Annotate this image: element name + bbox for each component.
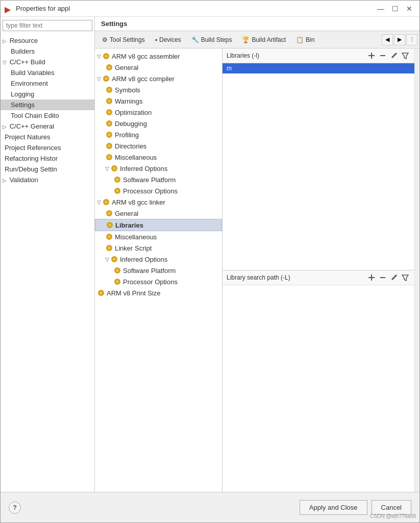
lib-search-filter-button[interactable] xyxy=(400,272,410,283)
svg-point-5 xyxy=(105,77,108,80)
apply-label: Apply and Close xyxy=(309,504,358,511)
tree-item-compiler-inferred[interactable]: ▽ Inferred Options xyxy=(95,163,222,174)
tree-item-compiler-misc[interactable]: Miscellaneous xyxy=(95,152,222,163)
tab-scroll-left[interactable]: ◀ xyxy=(382,34,393,45)
tree-item-label: Profiling xyxy=(115,131,139,139)
tree-item-linker-inferred[interactable]: ▽ Inferred Options xyxy=(95,254,222,265)
tree-item-assembler-general[interactable]: General xyxy=(95,62,222,73)
tab-scroll-right[interactable]: ▶ xyxy=(394,34,405,45)
tree-item-compiler-proc-options[interactable]: Processor Options xyxy=(95,185,222,196)
lib-search-delete-button[interactable] xyxy=(378,272,388,283)
tree-item-label: Libraries xyxy=(115,221,143,229)
tree-item-debugging[interactable]: Debugging xyxy=(95,118,222,129)
libraries-filter-button[interactable] xyxy=(400,51,410,61)
optimization-icon xyxy=(105,108,113,116)
libraries-edit-button[interactable] xyxy=(389,51,399,61)
svg-point-41 xyxy=(116,280,119,283)
tree-item-label: General xyxy=(115,64,138,71)
tab-build-artifact[interactable]: 🏆 Build Artifact xyxy=(237,33,291,46)
tree-item-linker-misc[interactable]: Miscellaneous xyxy=(95,231,222,242)
tree-item-compiler-sw-platform[interactable]: Software Platform xyxy=(95,174,222,185)
assembler-gear-icon xyxy=(102,52,110,60)
sidebar-item-settings[interactable]: Settings xyxy=(1,99,94,110)
tree-item-label: Warnings xyxy=(115,97,142,105)
tool-settings-tree: ▽ ARM v8 gcc assembler General xyxy=(95,48,223,492)
sidebar-item-label: C/C++ Build xyxy=(10,58,45,66)
sidebar-item-label: Builders xyxy=(11,47,35,55)
tree-item-linker-libraries[interactable]: Libraries xyxy=(95,219,222,231)
lib-search-edit-button[interactable] xyxy=(389,272,399,283)
proc-options-icon xyxy=(113,187,121,195)
tree-item-linker[interactable]: ▽ ARM v8 gcc linker xyxy=(95,196,222,208)
inferred-icon xyxy=(110,164,118,172)
tree-item-label: ARM v8 Print Size xyxy=(107,289,160,297)
minimize-button[interactable]: — xyxy=(375,3,387,15)
right-scrollbar[interactable] xyxy=(414,48,419,492)
tab-bin[interactable]: 📋 Bin xyxy=(291,33,319,46)
tree-item-warnings[interactable]: Warnings xyxy=(95,95,222,107)
tree-item-compiler[interactable]: ▽ ARM v8 gcc compiler xyxy=(95,73,222,84)
apply-and-close-button[interactable]: Apply and Close xyxy=(300,500,367,515)
tree-item-directories[interactable]: Directories xyxy=(95,140,222,152)
sidebar-item-refactoring-history[interactable]: Refactoring Histor xyxy=(1,153,94,164)
sidebar-item-logging[interactable]: Logging xyxy=(1,89,94,99)
tree-item-print-size[interactable]: ARM v8 Print Size xyxy=(95,287,222,298)
build-artifact-icon: 🏆 xyxy=(242,36,250,43)
detail-panel: Libraries (-l) xyxy=(223,48,414,492)
sidebar-item-label: Tool Chain Edito xyxy=(11,112,59,119)
tree-item-optimization[interactable]: Optimization xyxy=(95,107,222,118)
sidebar-item-run-debug-settings[interactable]: Run/Debug Settin xyxy=(1,164,94,175)
sidebar-item-environment[interactable]: Environment xyxy=(1,78,94,89)
bin-icon: 📋 xyxy=(296,36,304,43)
library-item-label: m xyxy=(227,65,232,72)
help-button[interactable]: ? xyxy=(9,502,21,514)
sidebar-item-tool-chain-editor[interactable]: Tool Chain Edito xyxy=(1,110,94,121)
close-button[interactable]: ✕ xyxy=(403,3,415,15)
tree-item-linker-script[interactable]: Linker Script xyxy=(95,242,222,254)
sidebar-item-ccpp-build[interactable]: ▽ C/C++ Build xyxy=(1,57,94,67)
tree-item-profiling[interactable]: Profiling xyxy=(95,129,222,140)
linker-proc-options-icon xyxy=(113,278,121,286)
tab-tool-settings[interactable]: ⚙ Tool Settings xyxy=(97,33,150,46)
tree-item-linker-proc-options[interactable]: Processor Options xyxy=(95,276,222,287)
tree-item-symbols[interactable]: Symbols xyxy=(95,84,222,95)
svg-point-15 xyxy=(108,133,111,136)
filter-input[interactable] xyxy=(3,20,92,31)
tree-item-assembler[interactable]: ▽ ARM v8 gcc assembler xyxy=(95,51,222,62)
sidebar-item-ccpp-general[interactable]: ▷ C/C++ General xyxy=(1,121,94,132)
sidebar-item-validation[interactable]: ▷ Validation xyxy=(1,175,94,185)
sidebar-item-builders[interactable]: Builders xyxy=(1,46,94,57)
tree-item-linker-general[interactable]: General xyxy=(95,208,222,219)
symbols-icon xyxy=(105,86,113,94)
content-area: ▽ ARM v8 gcc assembler General xyxy=(95,48,419,492)
tab-devices[interactable]: ▪ Devices xyxy=(150,33,186,46)
svg-point-11 xyxy=(108,111,111,114)
tab-menu[interactable]: ⋮ xyxy=(406,34,417,45)
libraries-add-button[interactable] xyxy=(366,51,377,61)
libraries-delete-button[interactable] xyxy=(378,51,388,61)
tree-item-linker-sw-platform[interactable]: Software Platform xyxy=(95,265,222,276)
sidebar-item-build-variables[interactable]: Build Variables xyxy=(1,67,94,78)
arrow-icon: ▽ xyxy=(3,60,7,65)
sidebar-item-resource[interactable]: ▷ Resource xyxy=(1,35,94,46)
svg-point-9 xyxy=(108,99,111,103)
footer: ? Apply and Close Cancel xyxy=(1,492,419,522)
cancel-button[interactable]: Cancel xyxy=(372,500,411,515)
arrow-icon: ▷ xyxy=(3,38,7,44)
sidebar-item-label: Run/Debug Settin xyxy=(5,165,57,173)
tree-arrow-icon: ▽ xyxy=(105,166,109,171)
maximize-button[interactable]: ☐ xyxy=(389,3,401,15)
tab-build-steps[interactable]: 🔧 Build Steps xyxy=(186,33,237,46)
sidebar-item-project-natures[interactable]: Project Natures xyxy=(1,132,94,142)
tree-item-label: Software Platform xyxy=(123,176,176,184)
profiling-icon xyxy=(105,131,113,139)
library-search-header: Library search path (-L) xyxy=(223,270,414,285)
svg-marker-47 xyxy=(402,53,408,59)
library-item-m[interactable]: m xyxy=(223,63,414,73)
tree-item-label: ARM v8 gcc compiler xyxy=(112,75,175,83)
tree-item-label: ARM v8 gcc linker xyxy=(112,198,165,206)
left-panel: ▷ Resource Builders ▽ C/C++ Build Build … xyxy=(1,17,95,492)
linker-inferred-icon xyxy=(110,255,118,263)
sidebar-item-project-references[interactable]: Project References xyxy=(1,142,94,153)
lib-search-add-button[interactable] xyxy=(366,272,377,283)
